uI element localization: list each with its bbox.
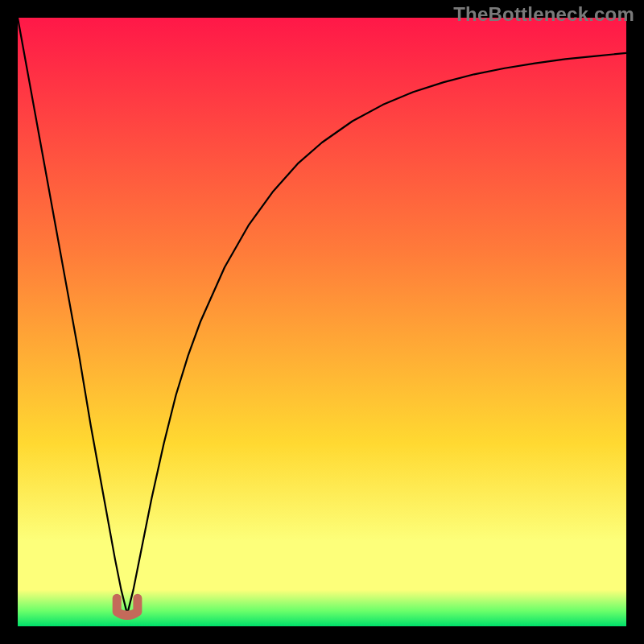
watermark-text: TheBottleneck.com (453, 3, 634, 26)
bottleneck-curve (18, 18, 626, 614)
minimum-marker (117, 598, 138, 615)
plot-area (18, 18, 626, 626)
chart-frame: { "watermark": "TheBottleneck.com", "col… (0, 0, 644, 644)
chart-svg (18, 18, 626, 626)
